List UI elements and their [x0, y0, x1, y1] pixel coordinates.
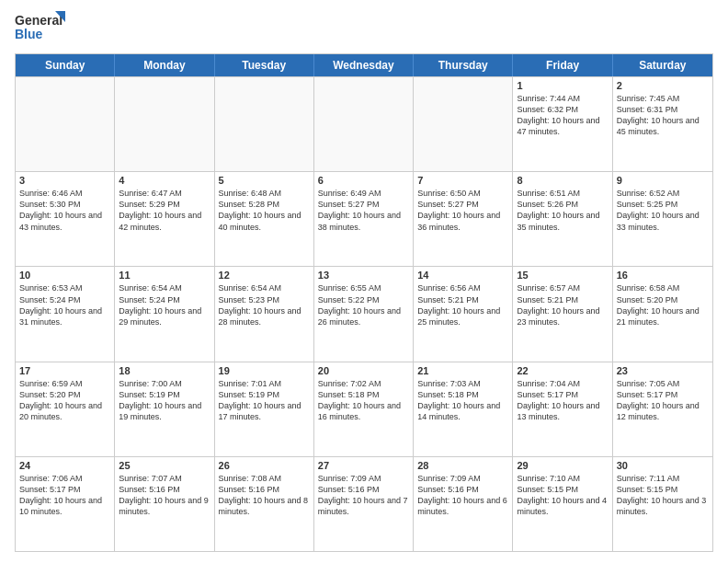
day-info: Sunrise: 7:00 AM Sunset: 5:19 PM Dayligh… — [119, 378, 210, 423]
calendar-day-cell: 27Sunrise: 7:09 AM Sunset: 5:16 PM Dayli… — [314, 457, 414, 551]
calendar-day-cell: 30Sunrise: 7:11 AM Sunset: 5:15 PM Dayli… — [613, 457, 712, 551]
calendar-day-cell: 4Sunrise: 6:47 AM Sunset: 5:29 PM Daylig… — [115, 172, 214, 266]
day-info: Sunrise: 7:45 AM Sunset: 6:31 PM Dayligh… — [617, 93, 709, 138]
day-info: Sunrise: 7:06 AM Sunset: 5:17 PM Dayligh… — [19, 473, 110, 518]
calendar-day-cell: 15Sunrise: 6:57 AM Sunset: 5:21 PM Dayli… — [513, 267, 612, 361]
day-number: 16 — [617, 270, 709, 281]
day-number: 28 — [417, 460, 508, 471]
day-info: Sunrise: 7:07 AM Sunset: 5:16 PM Dayligh… — [119, 473, 210, 518]
day-of-week-header: Thursday — [414, 54, 513, 76]
day-number: 30 — [617, 460, 709, 471]
calendar-day-cell: 25Sunrise: 7:07 AM Sunset: 5:16 PM Dayli… — [115, 457, 214, 551]
calendar-day-cell: 2Sunrise: 7:45 AM Sunset: 6:31 PM Daylig… — [613, 77, 712, 171]
day-number: 26 — [219, 460, 310, 471]
day-info: Sunrise: 6:48 AM Sunset: 5:28 PM Dayligh… — [219, 188, 310, 233]
day-number: 3 — [19, 175, 110, 186]
day-number: 8 — [517, 175, 608, 186]
day-number: 19 — [219, 365, 310, 376]
calendar-week-row: 24Sunrise: 7:06 AM Sunset: 5:17 PM Dayli… — [16, 456, 712, 551]
calendar-header: SundayMondayTuesdayWednesdayThursdayFrid… — [16, 54, 712, 76]
day-info: Sunrise: 6:55 AM Sunset: 5:22 PM Dayligh… — [318, 282, 409, 327]
day-info: Sunrise: 6:54 AM Sunset: 5:23 PM Dayligh… — [219, 282, 310, 327]
day-info: Sunrise: 7:11 AM Sunset: 5:15 PM Dayligh… — [617, 473, 709, 518]
calendar-day-cell: 3Sunrise: 6:46 AM Sunset: 5:30 PM Daylig… — [16, 172, 115, 266]
day-number: 9 — [617, 175, 709, 186]
calendar-day-cell: 11Sunrise: 6:54 AM Sunset: 5:24 PM Dayli… — [115, 267, 214, 361]
calendar-day-cell: 22Sunrise: 7:04 AM Sunset: 5:17 PM Dayli… — [513, 362, 612, 456]
day-info: Sunrise: 6:56 AM Sunset: 5:21 PM Dayligh… — [417, 282, 508, 327]
calendar-day-cell: 1Sunrise: 7:44 AM Sunset: 6:32 PM Daylig… — [513, 77, 612, 171]
day-info: Sunrise: 6:52 AM Sunset: 5:25 PM Dayligh… — [617, 188, 709, 233]
calendar-day-cell: 9Sunrise: 6:52 AM Sunset: 5:25 PM Daylig… — [613, 172, 712, 266]
svg-text:General: General — [15, 13, 63, 28]
day-number: 15 — [517, 270, 608, 281]
calendar-day-cell: 24Sunrise: 7:06 AM Sunset: 5:17 PM Dayli… — [16, 457, 115, 551]
calendar-day-cell: 29Sunrise: 7:10 AM Sunset: 5:15 PM Dayli… — [513, 457, 612, 551]
calendar-day-cell: 5Sunrise: 6:48 AM Sunset: 5:28 PM Daylig… — [215, 172, 314, 266]
calendar-day-cell: 21Sunrise: 7:03 AM Sunset: 5:18 PM Dayli… — [414, 362, 513, 456]
day-number: 17 — [19, 365, 110, 376]
calendar-day-cell: 18Sunrise: 7:00 AM Sunset: 5:19 PM Dayli… — [115, 362, 214, 456]
calendar-week-row: 17Sunrise: 6:59 AM Sunset: 5:20 PM Dayli… — [16, 362, 712, 456]
day-info: Sunrise: 6:59 AM Sunset: 5:20 PM Dayligh… — [19, 378, 110, 423]
day-info: Sunrise: 6:49 AM Sunset: 5:27 PM Dayligh… — [318, 188, 409, 233]
day-of-week-header: Saturday — [613, 54, 712, 76]
day-info: Sunrise: 6:57 AM Sunset: 5:21 PM Dayligh… — [517, 282, 608, 327]
day-info: Sunrise: 7:02 AM Sunset: 5:18 PM Dayligh… — [318, 378, 409, 423]
calendar-day-cell: 23Sunrise: 7:05 AM Sunset: 5:17 PM Dayli… — [613, 362, 712, 456]
day-number: 5 — [219, 175, 310, 186]
logo: General Blue — [15, 11, 65, 46]
calendar-day-cell: 28Sunrise: 7:09 AM Sunset: 5:16 PM Dayli… — [414, 457, 513, 551]
svg-text:Blue: Blue — [15, 27, 43, 41]
page: General Blue SundayMondayTuesdayWednesda… — [0, 0, 728, 563]
calendar-day-cell: 12Sunrise: 6:54 AM Sunset: 5:23 PM Dayli… — [215, 267, 314, 361]
calendar-week-row: 1Sunrise: 7:44 AM Sunset: 6:32 PM Daylig… — [16, 76, 712, 171]
day-info: Sunrise: 6:46 AM Sunset: 5:30 PM Dayligh… — [19, 188, 110, 233]
calendar-empty-cell — [115, 77, 214, 171]
calendar-empty-cell — [215, 77, 314, 171]
calendar-empty-cell — [16, 77, 115, 171]
day-info: Sunrise: 7:03 AM Sunset: 5:18 PM Dayligh… — [417, 378, 508, 423]
header: General Blue — [15, 11, 713, 46]
day-number: 1 — [517, 80, 608, 91]
calendar-day-cell: 14Sunrise: 6:56 AM Sunset: 5:21 PM Dayli… — [414, 267, 513, 361]
day-of-week-header: Monday — [115, 54, 214, 76]
day-number: 6 — [318, 175, 409, 186]
calendar-empty-cell — [414, 77, 513, 171]
day-info: Sunrise: 6:47 AM Sunset: 5:29 PM Dayligh… — [119, 188, 210, 233]
calendar-day-cell: 20Sunrise: 7:02 AM Sunset: 5:18 PM Dayli… — [314, 362, 414, 456]
day-info: Sunrise: 7:09 AM Sunset: 5:16 PM Dayligh… — [417, 473, 508, 518]
day-number: 18 — [119, 365, 210, 376]
day-info: Sunrise: 6:54 AM Sunset: 5:24 PM Dayligh… — [119, 282, 210, 327]
calendar-week-row: 3Sunrise: 6:46 AM Sunset: 5:30 PM Daylig… — [16, 171, 712, 266]
day-number: 27 — [318, 460, 409, 471]
day-info: Sunrise: 6:53 AM Sunset: 5:24 PM Dayligh… — [19, 282, 110, 327]
day-info: Sunrise: 7:10 AM Sunset: 5:15 PM Dayligh… — [517, 473, 608, 518]
calendar-day-cell: 26Sunrise: 7:08 AM Sunset: 5:16 PM Dayli… — [215, 457, 314, 551]
calendar-empty-cell — [314, 77, 414, 171]
day-of-week-header: Friday — [513, 54, 612, 76]
day-info: Sunrise: 7:08 AM Sunset: 5:16 PM Dayligh… — [219, 473, 310, 518]
day-info: Sunrise: 7:05 AM Sunset: 5:17 PM Dayligh… — [617, 378, 709, 423]
day-number: 23 — [617, 365, 709, 376]
day-number: 4 — [119, 175, 210, 186]
calendar-day-cell: 8Sunrise: 6:51 AM Sunset: 5:26 PM Daylig… — [513, 172, 612, 266]
day-info: Sunrise: 6:58 AM Sunset: 5:20 PM Dayligh… — [617, 282, 709, 327]
day-number: 2 — [617, 80, 709, 91]
day-info: Sunrise: 7:01 AM Sunset: 5:19 PM Dayligh… — [219, 378, 310, 423]
calendar-day-cell: 7Sunrise: 6:50 AM Sunset: 5:27 PM Daylig… — [414, 172, 513, 266]
day-number: 10 — [19, 270, 110, 281]
day-number: 7 — [417, 175, 508, 186]
day-info: Sunrise: 7:09 AM Sunset: 5:16 PM Dayligh… — [318, 473, 409, 518]
calendar-day-cell: 10Sunrise: 6:53 AM Sunset: 5:24 PM Dayli… — [16, 267, 115, 361]
day-number: 24 — [19, 460, 110, 471]
day-info: Sunrise: 6:50 AM Sunset: 5:27 PM Dayligh… — [417, 188, 508, 233]
day-of-week-header: Tuesday — [215, 54, 314, 76]
calendar-body: 1Sunrise: 7:44 AM Sunset: 6:32 PM Daylig… — [16, 76, 712, 551]
calendar-day-cell: 19Sunrise: 7:01 AM Sunset: 5:19 PM Dayli… — [215, 362, 314, 456]
day-of-week-header: Wednesday — [314, 54, 414, 76]
calendar: SundayMondayTuesdayWednesdayThursdayFrid… — [15, 53, 713, 552]
calendar-day-cell: 16Sunrise: 6:58 AM Sunset: 5:20 PM Dayli… — [613, 267, 712, 361]
day-info: Sunrise: 7:44 AM Sunset: 6:32 PM Dayligh… — [517, 93, 608, 138]
day-number: 22 — [517, 365, 608, 376]
